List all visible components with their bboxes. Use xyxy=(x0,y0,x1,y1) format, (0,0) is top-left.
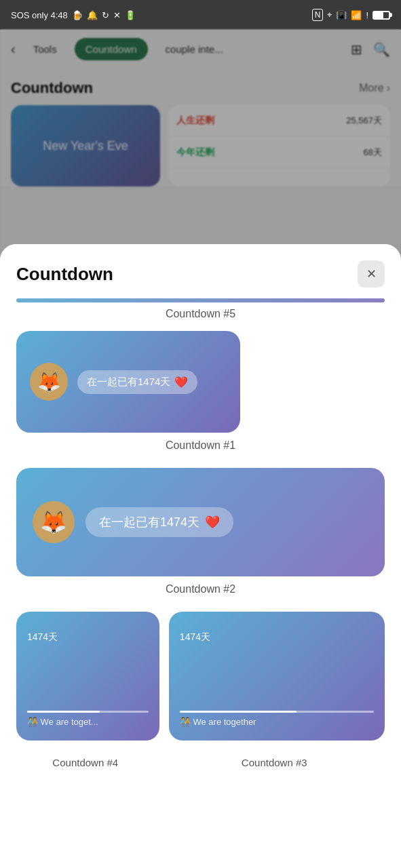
battery-icon xyxy=(373,11,390,20)
heart-emoji-1: ❤️ xyxy=(174,376,188,389)
top-progress-bar xyxy=(16,298,385,302)
countdown-3-card[interactable]: 1474天 🧑‍🤝‍🧑 We are together xyxy=(169,612,385,741)
msg-icon: 🍺 xyxy=(72,10,83,20)
countdown-1-item[interactable]: 🦊 在一起已有1474天 ❤️ Countdown #1 xyxy=(16,331,385,452)
close-button[interactable]: ✕ xyxy=(358,260,385,288)
countdown-5-label: Countdown #5 xyxy=(0,308,401,320)
wifi-icon: 📶 xyxy=(351,10,362,20)
countdown-3-label-text: 🧑‍🤝‍🧑 We are together xyxy=(180,717,374,727)
bottom-labels: countdown-4 Countdown #4 Countdown #3 xyxy=(16,757,385,769)
countdown-2-label: Countdown #2 xyxy=(16,583,385,595)
heart-emoji-2: ❤️ xyxy=(205,515,220,530)
countdown-3-bottom: 🧑‍🤝‍🧑 We are together xyxy=(180,711,374,727)
countdown-1-label: Countdown #1 xyxy=(16,439,385,452)
tag-pill-2: 在一起已有1474天 ❤️ xyxy=(85,507,233,537)
avatar-1: 🦊 xyxy=(30,363,68,401)
countdown-3-name-label: Countdown #3 xyxy=(242,757,307,768)
nfc-icon: N xyxy=(312,9,324,21)
countdown-4-name-label: Countdown #4 xyxy=(52,757,118,768)
countdown-4-card[interactable]: 1474天 🧑‍🤝‍🧑 We are toget... xyxy=(16,612,159,741)
x-circle-icon: ✕ xyxy=(113,10,121,20)
bluetooth-icon: ⌖ xyxy=(327,9,332,20)
modal-header: Countdown ✕ xyxy=(0,244,401,298)
status-bar: SOS only 4:48 🍺 🔔 ↻ ✕ 🔋 N ⌖ 📳 📶 ! xyxy=(0,0,401,30)
countdown-4-days: 1474天 xyxy=(27,625,149,644)
info-icon: 🔋 xyxy=(125,10,136,20)
status-right: N ⌖ 📳 📶 ! xyxy=(312,9,390,21)
status-left: SOS only 4:48 🍺 🔔 ↻ ✕ 🔋 xyxy=(11,10,136,20)
countdown-4-bottom: 🧑‍🤝‍🧑 We are toget... xyxy=(27,711,149,727)
sos-label: SOS only 4:48 xyxy=(11,10,68,20)
bell-icon: 🔔 xyxy=(87,10,98,20)
vibrate-icon: 📳 xyxy=(336,10,347,20)
modal-sheet: Countdown ✕ Countdown #5 🦊 在一起已有1474天 ❤️… xyxy=(0,244,401,868)
modal-title: Countdown xyxy=(16,264,113,285)
countdown-4-label-text: 🧑‍🤝‍🧑 We are toget... xyxy=(27,717,149,727)
countdown-3-days: 1474天 xyxy=(180,625,374,644)
bottom-row: 1474天 🧑‍🤝‍🧑 We are toget... 1474天 🧑‍🤝‍🧑 … xyxy=(16,612,385,741)
avatar-2: 🦊 xyxy=(33,501,75,543)
signal-icon: ! xyxy=(366,10,368,20)
tag-pill-1: 在一起已有1474天 ❤️ xyxy=(77,370,197,394)
countdown-2-item[interactable]: 🦊 在一起已有1474天 ❤️ Countdown #2 xyxy=(16,468,385,595)
countdown-2-card[interactable]: 🦊 在一起已有1474天 ❤️ xyxy=(16,468,385,576)
countdown-1-card[interactable]: 🦊 在一起已有1474天 ❤️ xyxy=(16,331,240,433)
sync-icon: ↻ xyxy=(102,10,109,20)
countdown-3-bar xyxy=(180,711,374,713)
countdown-4-bar xyxy=(27,711,149,713)
